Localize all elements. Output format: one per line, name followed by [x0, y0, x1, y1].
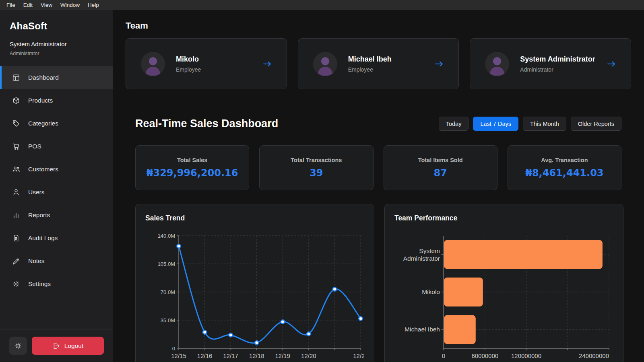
svg-text:12/19: 12/19: [275, 352, 291, 359]
sidebar-item-label: Notes: [28, 257, 45, 265]
stat-card-total-sales: Total Sales ₦329,996,200.16: [135, 145, 249, 190]
svg-text:60000000: 60000000: [471, 352, 498, 359]
svg-text:140.0M: 140.0M: [158, 233, 175, 239]
stat-value: 87: [433, 167, 447, 179]
menu-item-window[interactable]: Window: [56, 1, 84, 9]
sidebar-item-label: Products: [28, 97, 53, 104]
svg-text:12/15: 12/15: [171, 352, 186, 359]
pos-icon: [12, 142, 20, 150]
sidebar-item-audit-logs[interactable]: Audit Logs: [0, 226, 113, 249]
member-role: Employee: [176, 66, 252, 73]
stat-card-total-items-sold: Total Items Sold 87: [384, 145, 497, 190]
member-role: Employee: [348, 66, 424, 73]
date-filter-group: TodayLast 7 DaysThis MonthOlder Reports: [439, 117, 621, 131]
sidebar-item-customers[interactable]: Customers: [0, 158, 113, 181]
sidebar-header: AhaSoft System Administrator Administrat…: [0, 10, 113, 60]
sidebar-item-label: Dashboard: [28, 74, 59, 81]
member-role: Administrator: [520, 66, 596, 73]
reports-icon: [12, 211, 20, 219]
sidebar-item-users[interactable]: Users: [0, 181, 113, 204]
svg-text:Michael Ibeh: Michael Ibeh: [405, 326, 440, 333]
stat-cards-row: Total Sales ₦329,996,200.16 Total Transa…: [135, 145, 621, 190]
sidebar-item-categories[interactable]: Categories: [0, 112, 113, 135]
team-member-card-michael-ibeh[interactable]: Michael Ibeh Employee: [298, 38, 459, 89]
filter-button-this-month[interactable]: This Month: [523, 117, 566, 131]
menu-item-edit[interactable]: Edit: [19, 1, 37, 9]
sidebar-item-dashboard[interactable]: Dashboard: [0, 66, 113, 89]
svg-text:105.0M: 105.0M: [158, 261, 175, 267]
sidebar-nav: Dashboard Products Categories POS Custom…: [0, 66, 113, 329]
avatar: [313, 51, 338, 76]
current-user-name: System Administrator: [10, 41, 103, 47]
filter-button-older-reports[interactable]: Older Reports: [571, 117, 621, 131]
stat-label: Total Items Sold: [418, 157, 463, 163]
svg-text:12/22: 12/22: [353, 352, 364, 359]
filter-button-last-7-days[interactable]: Last 7 Days: [473, 117, 518, 131]
sidebar-item-reports[interactable]: Reports: [0, 204, 113, 226]
arrow-right-icon: [607, 60, 616, 68]
avatar: [140, 51, 165, 76]
team-performance-chart: 060000000120000000240000000SystemAdminis…: [394, 226, 613, 362]
current-user-role: Administrator: [10, 51, 103, 56]
dashboard-title: Real-Time Sales Dashboard: [135, 117, 278, 130]
menu-item-help[interactable]: Help: [84, 1, 103, 9]
stat-card-avg-transaction: Avg. Transaction ₦8,461,441.03: [508, 145, 621, 190]
sales-trend-chart: 035.0M70.0M105.0M140.0M12/1512/1612/1712…: [145, 226, 364, 362]
logout-icon: [52, 342, 60, 350]
sidebar-item-products[interactable]: Products: [0, 89, 113, 112]
svg-text:12/17: 12/17: [223, 352, 238, 359]
sidebar-footer: Logout: [0, 329, 113, 362]
stat-card-total-transactions: Total Transactions 39: [259, 145, 373, 190]
users-icon: [12, 188, 20, 196]
categories-icon: [12, 119, 20, 128]
svg-text:12/20: 12/20: [301, 352, 316, 359]
app-brand: AhaSoft: [10, 21, 103, 32]
team-member-card-mikolo[interactable]: Mikolo Employee: [126, 38, 287, 89]
sidebar-item-label: Users: [28, 189, 44, 196]
stat-label: Total Sales: [177, 157, 207, 163]
sidebar-item-label: Audit Logs: [28, 234, 58, 242]
arrow-right-icon: [434, 60, 444, 68]
svg-text:12/18: 12/18: [249, 352, 264, 359]
svg-text:120000000: 120000000: [511, 352, 541, 359]
filter-button-today[interactable]: Today: [439, 117, 469, 131]
logout-button[interactable]: Logout: [32, 337, 104, 355]
svg-text:0: 0: [442, 352, 445, 359]
sidebar-item-label: Customers: [28, 166, 58, 173]
stat-value: 39: [310, 167, 323, 179]
sales-trend-card: Sales Trend 035.0M70.0M105.0M140.0M12/15…: [135, 204, 374, 362]
sales-dashboard-section: Real-Time Sales Dashboard TodayLast 7 Da…: [126, 117, 631, 362]
svg-text:0: 0: [172, 346, 175, 352]
sidebar-item-label: Reports: [28, 212, 50, 219]
menu-item-view[interactable]: View: [37, 1, 56, 9]
sidebar-item-label: POS: [28, 143, 41, 150]
products-icon: [12, 97, 20, 105]
stat-value: ₦8,461,441.03: [525, 167, 603, 179]
svg-text:35.0M: 35.0M: [161, 317, 175, 323]
team-cards-row: Mikolo Employee Michael Ibeh Employee: [126, 38, 631, 89]
sidebar-item-pos[interactable]: POS: [0, 135, 113, 158]
sidebar-item-notes[interactable]: Notes: [0, 249, 113, 272]
sidebar-item-label: Categories: [28, 120, 58, 127]
team-performance-card: Team Performance 06000000012000000024000…: [384, 204, 623, 362]
stat-value: ₦329,996,200.16: [147, 167, 238, 179]
theme-toggle-button[interactable]: [9, 337, 27, 355]
team-performance-title: Team Performance: [394, 214, 613, 222]
charts-row: Sales Trend 035.0M70.0M105.0M140.0M12/15…: [135, 204, 621, 362]
audit-icon: [12, 234, 20, 242]
svg-text:Administrator: Administrator: [403, 255, 440, 262]
logout-label: Logout: [64, 342, 83, 350]
sun-icon: [14, 342, 22, 350]
team-member-card-system-administrator[interactable]: System Administrator Administrator: [470, 38, 631, 89]
svg-text:Mikolo: Mikolo: [422, 288, 440, 295]
sales-trend-title: Sales Trend: [145, 214, 364, 222]
sidebar: AhaSoft System Administrator Administrat…: [0, 10, 113, 362]
stat-label: Total Transactions: [291, 157, 342, 163]
svg-text:12/16: 12/16: [197, 352, 213, 359]
svg-text:System: System: [419, 247, 440, 254]
menu-item-file[interactable]: File: [2, 1, 19, 9]
main-content: Team Mikolo Employee Michael I: [113, 10, 644, 362]
stat-label: Avg. Transaction: [541, 157, 588, 163]
member-name: System Administrator: [520, 55, 596, 64]
sidebar-item-settings[interactable]: Settings: [0, 272, 113, 295]
